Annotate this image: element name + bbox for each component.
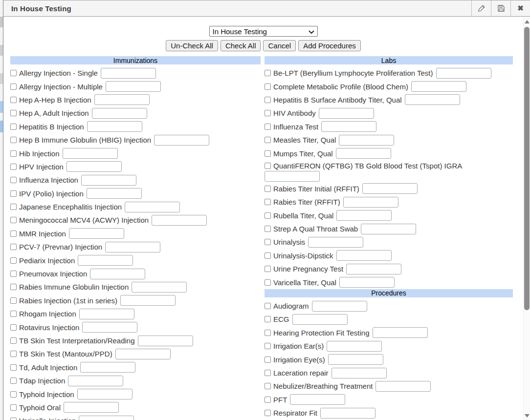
item-text-input[interactable] [336, 250, 392, 261]
item-text-input[interactable] [436, 68, 491, 79]
item-text-input[interactable] [336, 148, 391, 159]
item-checkbox[interactable] [10, 404, 17, 411]
item-checkbox[interactable] [265, 410, 271, 416]
item-checkbox[interactable] [265, 226, 271, 232]
item-checkbox[interactable] [10, 351, 17, 357]
item-checkbox[interactable] [265, 383, 271, 389]
item-checkbox[interactable] [10, 244, 17, 250]
item-text-input[interactable] [79, 309, 134, 319]
item-checkbox[interactable] [10, 284, 17, 290]
item-checkbox[interactable] [10, 391, 17, 398]
item-text-input[interactable] [292, 314, 348, 325]
item-checkbox[interactable] [10, 257, 17, 264]
edit-pencil-button[interactable] [471, 0, 491, 16]
scroll-up-arrow-icon[interactable] [525, 20, 530, 23]
item-text-input[interactable] [290, 394, 345, 405]
item-checkbox[interactable] [10, 271, 17, 277]
close-button[interactable]: ✖ [510, 0, 530, 16]
item-text-input[interactable] [375, 381, 431, 392]
item-text-input[interactable] [79, 416, 134, 420]
save-button[interactable] [491, 0, 510, 16]
item-checkbox[interactable] [10, 378, 17, 384]
item-text-input[interactable] [405, 94, 460, 105]
item-text-input[interactable] [331, 368, 387, 378]
item-text-input[interactable] [343, 197, 398, 208]
item-checkbox[interactable] [10, 217, 17, 223]
item-text-input[interactable] [152, 215, 207, 226]
category-select[interactable]: In House Testing [209, 26, 318, 37]
item-checkbox[interactable] [10, 337, 17, 344]
item-text-input[interactable] [361, 224, 416, 234]
item-checkbox[interactable] [265, 137, 271, 143]
item-text-input[interactable] [125, 202, 180, 212]
item-text-input[interactable] [321, 121, 376, 132]
item-checkbox[interactable] [265, 163, 271, 169]
item-text-input[interactable] [69, 228, 124, 239]
item-text-input[interactable] [106, 81, 161, 92]
item-checkbox[interactable] [265, 330, 271, 336]
item-text-input[interactable] [138, 336, 193, 346]
item-text-input[interactable] [336, 210, 392, 221]
item-checkbox[interactable] [265, 186, 271, 192]
item-checkbox[interactable] [265, 124, 271, 130]
item-checkbox[interactable] [265, 303, 271, 309]
item-checkbox[interactable] [10, 124, 17, 130]
item-text-input[interactable] [94, 94, 150, 105]
item-text-input[interactable] [63, 148, 118, 159]
item-checkbox[interactable] [10, 418, 17, 420]
item-checkbox[interactable] [265, 150, 271, 157]
item-text-input[interactable] [132, 282, 187, 293]
uncheck-all-button[interactable]: Un-Check All [166, 40, 218, 51]
item-checkbox[interactable] [265, 357, 271, 363]
item-text-input[interactable] [346, 264, 401, 274]
item-text-input[interactable] [82, 322, 137, 333]
item-checkbox[interactable] [265, 266, 271, 272]
item-text-input[interactable] [87, 188, 142, 199]
item-text-input[interactable] [312, 301, 367, 312]
item-text-input[interactable] [265, 171, 320, 182]
item-text-input[interactable] [78, 255, 133, 266]
item-checkbox[interactable] [10, 231, 17, 237]
scroll-down-arrow-icon[interactable] [525, 414, 530, 418]
item-checkbox[interactable] [265, 199, 271, 205]
check-all-button[interactable]: Check All [221, 40, 261, 51]
item-checkbox[interactable] [10, 84, 17, 90]
item-text-input[interactable] [308, 237, 363, 248]
item-text-input[interactable] [411, 81, 466, 92]
vertical-scrollbar[interactable] [523, 17, 530, 420]
item-checkbox[interactable] [10, 110, 17, 116]
item-checkbox[interactable] [265, 84, 271, 90]
cancel-button[interactable]: Cancel [263, 40, 296, 51]
item-checkbox[interactable] [265, 97, 271, 103]
item-checkbox[interactable] [265, 110, 271, 116]
item-checkbox[interactable] [10, 150, 17, 157]
item-checkbox[interactable] [10, 190, 17, 197]
item-text-input[interactable] [327, 341, 382, 352]
item-checkbox[interactable] [265, 397, 271, 403]
add-procedures-button[interactable]: Add Procedures [298, 40, 361, 51]
item-text-input[interactable] [101, 68, 156, 79]
item-text-input[interactable] [320, 408, 375, 419]
item-text-input[interactable] [362, 183, 418, 194]
item-text-input[interactable] [105, 242, 160, 252]
item-text-input[interactable] [66, 161, 122, 172]
item-checkbox[interactable] [265, 212, 271, 219]
item-text-input[interactable] [80, 362, 135, 373]
scrollbar-thumb[interactable] [524, 27, 530, 310]
item-checkbox[interactable] [265, 316, 271, 322]
item-checkbox[interactable] [10, 311, 17, 317]
item-checkbox[interactable] [265, 252, 271, 259]
item-checkbox[interactable] [10, 164, 17, 170]
item-checkbox[interactable] [10, 324, 17, 331]
item-checkbox[interactable] [265, 370, 271, 376]
item-checkbox[interactable] [265, 239, 271, 245]
item-text-input[interactable] [120, 295, 176, 306]
item-text-input[interactable] [373, 327, 428, 338]
item-checkbox[interactable] [10, 204, 17, 210]
item-checkbox[interactable] [265, 70, 271, 76]
item-text-input[interactable] [115, 349, 171, 359]
item-checkbox[interactable] [265, 279, 271, 286]
item-checkbox[interactable] [265, 343, 271, 349]
item-checkbox[interactable] [10, 364, 17, 371]
item-text-input[interactable] [319, 108, 374, 119]
